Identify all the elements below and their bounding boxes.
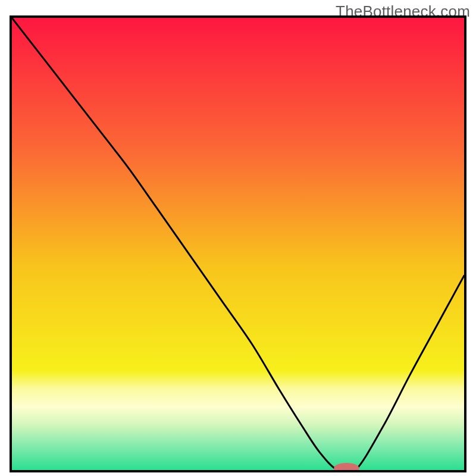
bottleneck-chart <box>0 0 476 476</box>
chart-stage: TheBottleneck.com <box>0 0 476 476</box>
